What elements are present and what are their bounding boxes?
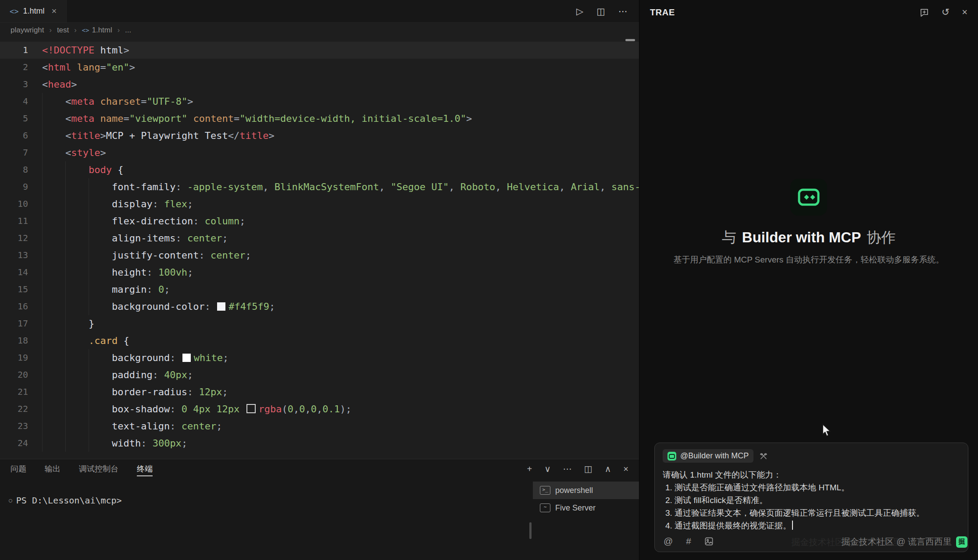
line-number[interactable]: 21 <box>0 383 28 401</box>
breadcrumb-item[interactable]: test <box>57 26 69 35</box>
line-number[interactable]: 16 <box>0 298 28 315</box>
panel-tab[interactable]: 输出 <box>45 459 61 478</box>
code-line[interactable]: 20padding: 40px; <box>0 366 639 383</box>
new-chat-icon[interactable] <box>919 7 929 18</box>
line-number[interactable]: 14 <box>0 264 28 281</box>
line-number[interactable]: 19 <box>0 349 28 366</box>
mention-icon[interactable]: @ <box>664 536 673 546</box>
history-icon[interactable]: ↺ <box>942 7 949 18</box>
editor-lines: 1<!DOCTYPE html>2<html lang="en">3<head>… <box>0 42 639 452</box>
code-text: body { <box>42 161 123 178</box>
panel-tab[interactable]: 调试控制台 <box>79 459 118 478</box>
code-line[interactable]: 3<head> <box>0 76 639 93</box>
code-line[interactable]: 1<!DOCTYPE html> <box>0 42 639 59</box>
code-token: : <box>205 301 217 312</box>
terminal-session[interactable]: ~Five Server <box>533 499 639 517</box>
code-line[interactable]: 12align-items: center; <box>0 230 639 247</box>
panel-tab[interactable]: 问题 <box>11 459 26 478</box>
terminal-scrollbar[interactable] <box>529 522 532 539</box>
code-line[interactable]: 19background: white; <box>0 349 639 366</box>
split-editor-icon[interactable]: ◫ <box>596 6 605 17</box>
breadcrumb: playwright›test›<>1.html›... <box>0 23 639 37</box>
code-line[interactable]: 6<title>MCP + Playwright Test</title> <box>0 127 639 144</box>
topic-icon[interactable]: # <box>686 536 691 546</box>
maximize-panel-icon[interactable]: ∧ <box>605 464 611 474</box>
shell-indicator-icon: ○ <box>9 494 12 507</box>
code-line[interactable]: 2<html lang="en"> <box>0 59 639 76</box>
indent-guide <box>42 383 65 401</box>
line-number[interactable]: 1 <box>0 42 28 59</box>
line-number[interactable]: 13 <box>0 247 28 264</box>
code-line[interactable]: 13justify-content: center; <box>0 247 639 264</box>
panel-tab[interactable]: 终端 <box>137 459 153 478</box>
code-token: Arial <box>571 181 600 192</box>
code-line[interactable]: 18.card { <box>0 332 639 349</box>
code-line[interactable]: 22box-shadow: 0 4px 12px rgba(0,0,0,0.1)… <box>0 401 639 418</box>
code-token: < <box>65 96 71 107</box>
more-actions-icon[interactable]: ⋯ <box>618 6 628 17</box>
code-line[interactable]: 14height: 100vh; <box>0 264 639 281</box>
tab-1html[interactable]: <> 1.html × <box>0 0 67 22</box>
line-number[interactable]: 5 <box>0 110 28 127</box>
code-token: > <box>129 62 135 73</box>
code-line[interactable]: 15margin: 0; <box>0 281 639 298</box>
terminal-session[interactable]: >_powershell <box>533 482 639 499</box>
code-text: <style> <box>42 144 106 161</box>
line-number[interactable]: 2 <box>0 59 28 76</box>
image-upload-icon[interactable] <box>704 537 714 546</box>
agent-tag-row: @Builder with MCP <box>663 449 960 463</box>
line-number[interactable]: 4 <box>0 93 28 110</box>
breadcrumb-item[interactable]: <>1.html <box>82 26 112 35</box>
line-number[interactable]: 7 <box>0 144 28 161</box>
code-token: box-shadow <box>112 404 170 415</box>
breadcrumb-item[interactable]: ... <box>125 26 131 35</box>
line-number[interactable]: 6 <box>0 127 28 144</box>
new-terminal-icon[interactable]: + <box>527 464 532 474</box>
line-number[interactable]: 23 <box>0 418 28 435</box>
code-line[interactable]: 24width: 300px; <box>0 435 639 452</box>
editor[interactable]: 1<!DOCTYPE html>2<html lang="en">3<head>… <box>0 37 639 459</box>
code-line[interactable]: 8body { <box>0 161 639 178</box>
code-text: .card { <box>42 332 129 349</box>
close-panel-icon[interactable]: × <box>623 464 628 474</box>
code-line[interactable]: 10display: flex; <box>0 195 639 213</box>
run-icon[interactable]: ▷ <box>576 6 583 17</box>
line-number[interactable]: 20 <box>0 366 28 383</box>
code-line[interactable]: 16background-color: #f4f5f9; <box>0 298 639 315</box>
code-line[interactable]: 17} <box>0 315 639 332</box>
terminal[interactable]: ○ PS D:\Lesson\ai\mcp> <box>0 478 533 560</box>
code-line[interactable]: 21border-radius: 12px; <box>0 383 639 401</box>
code-token: column <box>205 216 239 227</box>
line-number[interactable]: 22 <box>0 401 28 418</box>
code-token: < <box>65 147 71 158</box>
code-token: border-radius <box>112 386 187 397</box>
code-token: > <box>269 130 275 141</box>
line-number[interactable]: 15 <box>0 281 28 298</box>
breadcrumb-item[interactable]: playwright <box>11 26 44 35</box>
split-terminal-icon[interactable]: ◫ <box>584 464 593 474</box>
code-line[interactable]: 4<meta charset="UTF-8"> <box>0 93 639 110</box>
code-line[interactable]: 11flex-direction: column; <box>0 213 639 230</box>
panel-close-icon[interactable]: × <box>962 7 967 18</box>
code-line[interactable]: 7<style> <box>0 144 639 161</box>
code-token: </ <box>228 130 240 141</box>
chat-message-lines[interactable]: 请确认 1.html 文件的以下能力：1. 测试是否能正确通过文件路径加载本地 … <box>663 468 960 532</box>
code-line[interactable]: 23text-align: center; <box>0 418 639 435</box>
terminal-dropdown-icon[interactable]: ∨ <box>544 464 551 474</box>
tab-close-icon[interactable]: × <box>52 6 57 16</box>
line-number[interactable]: 8 <box>0 161 28 178</box>
code-line[interactable]: 5<meta name="viewport" content="width=de… <box>0 110 639 127</box>
line-number[interactable]: 9 <box>0 178 28 195</box>
code-line[interactable]: 9font-family: -apple-system, BlinkMacSys… <box>0 178 639 195</box>
line-number[interactable]: 18 <box>0 332 28 349</box>
line-number[interactable]: 3 <box>0 76 28 93</box>
terminal-more-icon[interactable]: ⋯ <box>563 464 572 474</box>
line-number[interactable]: 11 <box>0 213 28 230</box>
line-number[interactable]: 10 <box>0 195 28 213</box>
code-text: justify-content: center; <box>42 247 251 264</box>
breadcrumb-separator: › <box>118 26 120 34</box>
line-number[interactable]: 24 <box>0 435 28 452</box>
agent-tag[interactable]: @Builder with MCP <box>663 449 753 463</box>
line-number[interactable]: 12 <box>0 230 28 247</box>
line-number[interactable]: 17 <box>0 315 28 332</box>
